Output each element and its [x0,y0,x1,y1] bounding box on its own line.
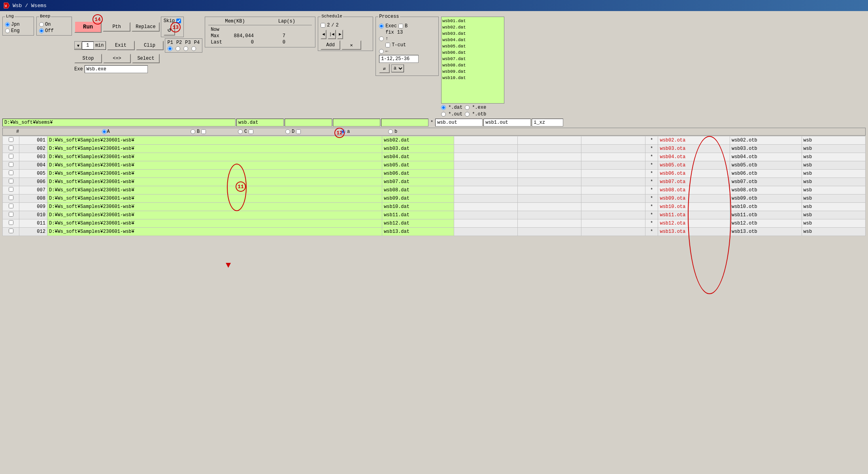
row-checkbox-cell[interactable] [3,228,19,236]
main-dat-input[interactable] [236,119,284,127]
row-checkbox-cell[interactable] [3,170,19,178]
clip-button[interactable]: Clip [136,41,164,50]
file-item[interactable]: wsb04.dat [442,37,503,43]
row-checkbox[interactable] [9,162,13,167]
row-checkbox-cell[interactable] [3,186,19,195]
file-item[interactable]: wsb05.dat [442,43,503,49]
spin-down-button[interactable]: ▼ [75,43,82,49]
file-item[interactable]: wsb09.dat [442,68,503,75]
exec-radio[interactable] [379,24,384,28]
lng-jpn-label[interactable]: Jpn [11,22,20,27]
filter-exe-radio[interactable] [465,105,470,110]
up-radio[interactable] [379,36,384,41]
beep-off-label[interactable]: Off [45,28,54,34]
row-checkbox-cell[interactable] [3,203,19,211]
row-checkbox[interactable] [9,137,13,142]
left-radio[interactable] [379,49,384,54]
file-item[interactable]: wsb03.dat [442,30,503,37]
filter-otb-radio[interactable] [465,112,470,117]
file-list[interactable]: wsb01.dat wsb02.dat wsb03.dat wsb04.dat … [441,17,504,104]
b-checkbox[interactable] [398,24,403,28]
col-d-radio[interactable] [285,129,290,134]
exe-input[interactable] [85,65,148,73]
schedule-right-button[interactable]: ► [337,30,343,39]
row-checkbox-cell[interactable] [3,211,19,219]
row-otb: wsb10.otb [730,203,802,211]
exec-label[interactable]: Exec [385,23,397,29]
row-checkbox[interactable] [9,179,13,183]
col-a-radio[interactable] [102,129,107,134]
file-item[interactable]: wsb01.dat [442,18,503,24]
col-b-radio[interactable] [191,129,195,134]
beep-on-radio[interactable] [39,22,44,27]
range-input[interactable] [379,55,419,63]
row-otb: wsb03.otb [730,145,802,153]
row-checkbox[interactable] [9,195,13,200]
beep-on-label[interactable]: On [45,22,51,27]
row-checkbox-cell[interactable] [3,136,19,145]
now-label: Now [208,26,225,33]
row-c [518,203,581,211]
file-item[interactable]: wsb06.dat [442,49,503,56]
row-checkbox[interactable] [9,154,13,159]
col-d-cb[interactable] [296,129,301,134]
row-dat: wsb09.dat [382,195,454,203]
p3-radio[interactable] [183,46,188,51]
replace-button[interactable]: Replace [132,22,159,32]
col-b2-radio[interactable] [388,129,393,134]
file-item[interactable]: wsb08.dat [442,62,503,68]
beep-off-radio[interactable] [39,28,44,33]
pth-button[interactable]: Pth [103,22,130,32]
row-checkbox-cell[interactable] [3,219,19,228]
file-item[interactable]: wsb02.dat [442,24,503,30]
row-checkbox-cell[interactable] [3,153,19,161]
p1-radio[interactable] [168,46,172,51]
main-c-input[interactable] [333,119,380,127]
row-checkbox-cell[interactable] [3,145,19,153]
main-out3-input[interactable] [532,119,563,127]
lng-eng-radio[interactable] [5,28,10,33]
arrows-button[interactable]: <=> [103,54,131,63]
select-dropdown[interactable]: a b [391,64,404,72]
main-out-input[interactable] [435,119,483,127]
row-checkbox-cell[interactable] [3,161,19,170]
add-button[interactable]: Add [321,40,340,50]
close-button[interactable]: ✕ [342,40,361,50]
schedule-left-button[interactable]: ◄ [321,30,326,39]
row-checkbox[interactable] [9,204,13,208]
tcut-cb[interactable] [385,43,390,47]
row-num: 002 [19,145,47,153]
col-c-cb[interactable] [249,129,253,134]
row-checkbox-cell[interactable] [3,195,19,203]
p2-radio[interactable] [175,46,180,51]
row-checkbox[interactable] [9,170,13,175]
p4-radio[interactable] [191,46,196,51]
swap-button[interactable]: ⇄ [379,64,390,73]
lng-eng-label[interactable]: Eng [11,28,20,34]
filter-out-radio[interactable] [441,112,446,117]
row-checkbox[interactable] [9,212,13,217]
main-d-input[interactable] [381,119,428,127]
col-c-radio[interactable] [238,129,243,134]
exit-button[interactable]: Exit [107,41,135,50]
spin-control: ▼ min [74,41,106,50]
main-out2-input[interactable] [483,119,531,127]
row-checkbox[interactable] [9,220,13,225]
file-item[interactable]: wsb10.dat [442,75,503,81]
main-path-input[interactable] [2,119,236,127]
col-b-cb[interactable] [201,129,206,134]
select-button[interactable]: Select [132,54,160,63]
main-b-input[interactable] [285,119,332,127]
row-checkbox[interactable] [9,229,13,233]
lng-jpn-radio[interactable] [5,22,10,27]
row-checkbox[interactable] [9,187,13,192]
spin-value-input[interactable] [82,42,94,49]
stop-button[interactable]: Stop [74,54,102,63]
row-checkbox[interactable] [9,145,13,150]
filter-dat-radio[interactable] [441,105,446,110]
row-checkbox-cell[interactable] [3,178,19,186]
row-extra: wsb [802,186,866,195]
schedule-cb1[interactable] [321,23,325,28]
file-item[interactable]: wsb07.dat [442,56,503,62]
schedule-mid-button[interactable]: |◄ [328,30,336,39]
